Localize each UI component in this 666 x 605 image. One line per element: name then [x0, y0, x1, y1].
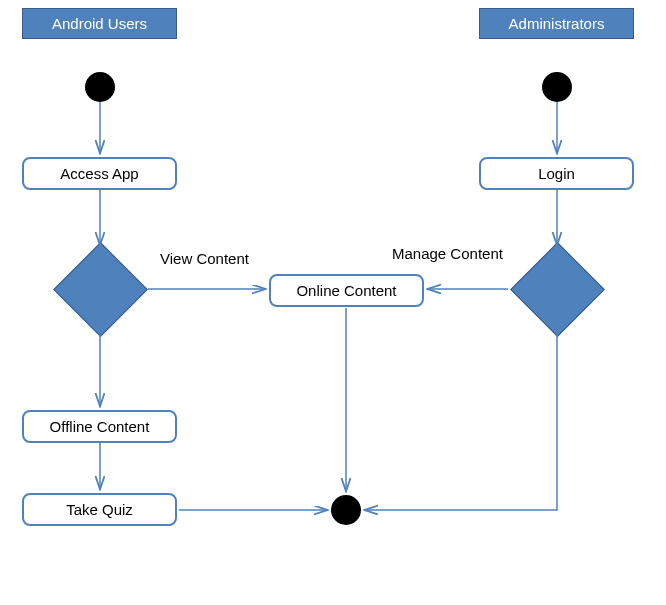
swimlane-header-android-users: Android Users — [22, 8, 177, 39]
swimlane-header-administrators: Administrators — [479, 8, 634, 39]
action-online-content: Online Content — [269, 274, 424, 307]
initial-node-left — [85, 72, 115, 102]
action-login: Login — [479, 157, 634, 190]
final-node — [331, 495, 361, 525]
edge-label-view-content: View Content — [160, 250, 249, 267]
decision-right — [510, 242, 605, 337]
initial-node-right — [542, 72, 572, 102]
action-take-quiz: Take Quiz — [22, 493, 177, 526]
action-access-app: Access App — [22, 157, 177, 190]
edge-label-manage-content: Manage Content — [392, 245, 503, 262]
decision-left — [53, 242, 148, 337]
action-offline-content: Offline Content — [22, 410, 177, 443]
